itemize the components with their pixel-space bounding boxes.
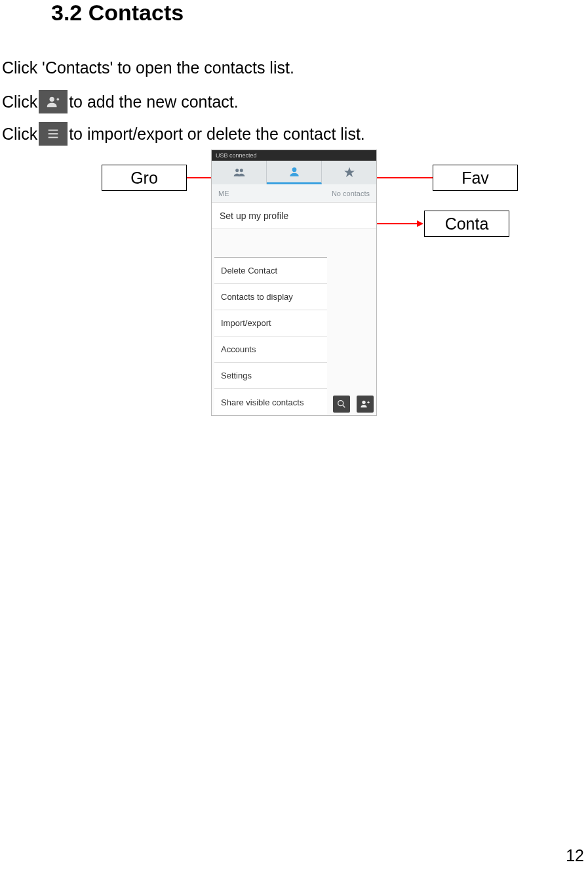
menu-accounts[interactable]: Accounts: [214, 337, 327, 363]
callout-favorites: Fav: [433, 165, 518, 191]
callout-contacts: Conta: [424, 211, 509, 237]
section-heading: 3.2 Contacts: [51, 0, 184, 26]
menu-settings[interactable]: Settings: [214, 363, 327, 389]
menu-delete-contact[interactable]: Delete Contact: [214, 258, 327, 284]
arrow-head-icon: [417, 220, 423, 227]
instruction-line-3: Click to import/export or delete the con…: [2, 122, 365, 146]
svg-point-8: [362, 401, 365, 404]
phone-screenshot: USB connected ME No contacts Set up my p…: [211, 150, 377, 416]
menu-share-visible[interactable]: Share visible contacts: [214, 389, 327, 415]
add-contact-icon[interactable]: [357, 396, 374, 413]
arrow-line: [372, 177, 433, 178]
overflow-menu: Delete Contact Contacts to display Impor…: [214, 257, 327, 415]
text-fragment: Click: [2, 124, 37, 144]
tab-contacts[interactable]: [267, 161, 322, 184]
callout-groups: Gro: [102, 165, 187, 191]
search-icon[interactable]: [333, 396, 350, 413]
svg-point-6: [292, 167, 296, 172]
sub-bar: ME No contacts: [212, 184, 376, 203]
menu-contacts-to-display[interactable]: Contacts to display: [214, 284, 327, 310]
groups-icon: [233, 166, 246, 179]
instruction-line-2: Click to add the new contact.: [2, 90, 239, 113]
instruction-line-1: Click 'Contacts' to open the contacts li…: [2, 58, 294, 77]
svg-point-0: [50, 97, 54, 102]
text-fragment: Click: [2, 92, 37, 112]
profile-setup-row[interactable]: Set up my profile: [212, 203, 376, 229]
svg-point-4: [235, 169, 239, 172]
sub-bar-me: ME: [218, 190, 229, 197]
page-number: 12: [566, 846, 584, 865]
status-bar: USB connected: [212, 150, 376, 161]
profile-label: Set up my profile: [220, 211, 288, 221]
svg-rect-2: [49, 133, 58, 134]
svg-point-7: [338, 401, 343, 406]
tab-groups[interactable]: [212, 161, 267, 184]
bottom-action-icons: [333, 396, 374, 413]
svg-rect-3: [49, 137, 58, 138]
add-contact-icon: [39, 90, 68, 113]
status-text: USB connected: [216, 152, 257, 159]
star-icon: [343, 166, 356, 179]
menu-import-export[interactable]: Import/export: [214, 310, 327, 337]
text-fragment: to import/export or delete the contact l…: [69, 124, 365, 144]
tab-favorites[interactable]: [322, 161, 376, 184]
menu-icon: [39, 122, 68, 146]
svg-rect-1: [49, 130, 58, 131]
sub-bar-count: No contacts: [332, 190, 370, 197]
tab-bar: [212, 161, 376, 184]
text-fragment: to add the new contact.: [69, 92, 239, 112]
person-icon: [288, 165, 301, 178]
svg-point-5: [239, 169, 243, 172]
